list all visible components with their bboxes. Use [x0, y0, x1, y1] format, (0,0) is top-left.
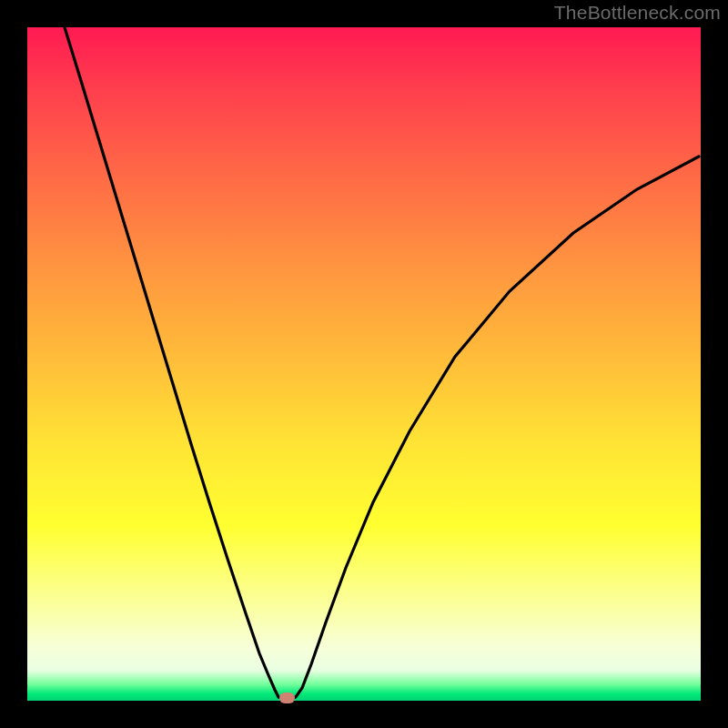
bottleneck-curve — [27, 27, 701, 701]
optimum-marker — [279, 693, 295, 703]
curve-right-branch — [291, 157, 699, 699]
watermark-text: TheBottleneck.com — [554, 2, 721, 24]
chart-area — [27, 27, 701, 701]
curve-left-branch — [65, 27, 291, 699]
